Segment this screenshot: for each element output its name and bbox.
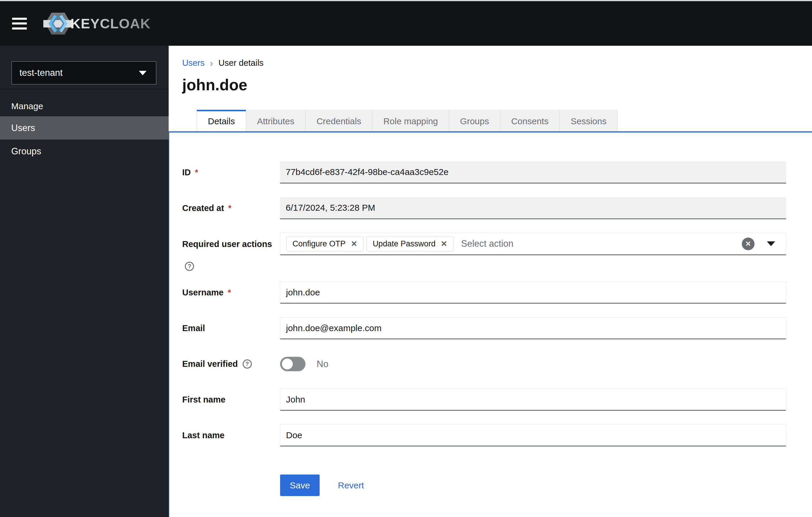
tab-bar: Details Attributes Credentials Role mapp… xyxy=(197,110,812,131)
hamburger-menu-icon[interactable] xyxy=(12,18,27,29)
tab-details[interactable]: Details xyxy=(197,110,246,131)
required-asterisk: * xyxy=(228,288,231,297)
sidebar-item-groups[interactable]: Groups xyxy=(0,140,169,163)
required-user-actions-label: Required user actions xyxy=(182,233,272,255)
first-name-input[interactable]: John xyxy=(280,389,786,411)
app-header: KEYCLOAK xyxy=(0,1,812,46)
help-icon[interactable]: ? xyxy=(243,359,252,369)
brand-name: KEYCLOAK xyxy=(70,15,151,32)
created-at-field: 6/17/2024, 5:23:28 PM xyxy=(280,197,786,219)
main-content: Users › User details john.doe Details At… xyxy=(169,46,812,517)
chip-configure-otp: Configure OTP ✕ xyxy=(286,236,364,251)
sidebar: test-tenant Manage Users Groups xyxy=(0,46,169,517)
clear-selection-icon[interactable]: ✕ xyxy=(742,238,754,250)
last-name-input[interactable]: Doe xyxy=(280,424,786,446)
form-row-first-name: First name John xyxy=(182,389,786,411)
chevron-right-icon: › xyxy=(210,59,213,67)
form-row-last-name: Last name Doe xyxy=(182,424,786,446)
first-name-label: First name xyxy=(182,395,226,405)
form-row-id: ID * 77b4cd6f-e837-42f4-98be-ca4aa3c9e52… xyxy=(182,161,786,184)
sidebar-nav: Users Groups xyxy=(0,116,169,163)
revert-button[interactable]: Revert xyxy=(338,481,364,490)
help-icon[interactable]: ? xyxy=(185,262,194,271)
tab-credentials[interactable]: Credentials xyxy=(305,110,372,131)
username-input[interactable]: john.doe xyxy=(280,281,786,304)
email-verified-state: No xyxy=(317,359,328,370)
chip-update-password: Update Password ✕ xyxy=(367,236,454,251)
chip-remove-icon[interactable]: ✕ xyxy=(441,239,447,248)
tab-attributes[interactable]: Attributes xyxy=(246,110,306,131)
form-actions: Save Revert xyxy=(182,474,812,496)
breadcrumb-current: User details xyxy=(219,58,264,68)
id-field: 77b4cd6f-e837-42f4-98be-ca4aa3c9e52e xyxy=(280,161,786,184)
tenant-selector[interactable]: test-tenant xyxy=(11,61,156,84)
tab-sessions[interactable]: Sessions xyxy=(559,110,618,131)
breadcrumb-users-link[interactable]: Users xyxy=(182,58,205,68)
caret-down-icon xyxy=(139,71,147,75)
created-at-label: Created at xyxy=(182,203,224,213)
username-label: Username xyxy=(182,288,224,297)
required-user-actions-multiselect[interactable]: Configure OTP ✕ Update Password ✕ Select… xyxy=(280,233,786,255)
keycloak-logo-icon xyxy=(44,11,73,36)
required-asterisk: * xyxy=(195,168,198,178)
select-action-placeholder: Select action xyxy=(461,239,742,249)
tenant-selector-value: test-tenant xyxy=(20,67,62,78)
id-label: ID xyxy=(182,168,191,178)
form-row-required-user-actions: Required user actions ? Configure OTP ✕ … xyxy=(182,233,786,271)
save-button[interactable]: Save xyxy=(280,474,320,496)
form-row-created-at: Created at * 6/17/2024, 5:23:28 PM xyxy=(182,197,786,219)
tab-consents[interactable]: Consents xyxy=(500,110,560,131)
breadcrumb: Users › User details xyxy=(182,58,812,68)
chip-remove-icon[interactable]: ✕ xyxy=(351,239,357,248)
page-title: john.doe xyxy=(182,76,812,94)
dropdown-caret-icon[interactable] xyxy=(767,241,775,246)
required-asterisk: * xyxy=(228,203,231,213)
last-name-label: Last name xyxy=(182,431,224,440)
form-row-email-verified: Email verified ? No xyxy=(182,353,786,375)
tab-groups[interactable]: Groups xyxy=(449,110,500,131)
form-row-username: Username * john.doe xyxy=(182,281,786,304)
sidebar-divider xyxy=(0,89,169,89)
details-tab-panel: ID * 77b4cd6f-e837-42f4-98be-ca4aa3c9e52… xyxy=(169,131,812,517)
keycloak-logo: KEYCLOAK xyxy=(44,11,151,36)
email-verified-toggle[interactable] xyxy=(280,357,306,371)
email-label: Email xyxy=(182,323,205,333)
sidebar-section-manage: Manage xyxy=(11,101,169,111)
sidebar-item-users[interactable]: Users xyxy=(0,116,169,140)
email-verified-label: Email verified xyxy=(182,359,238,369)
tab-role-mapping[interactable]: Role mapping xyxy=(372,110,449,131)
form-row-email: Email john.doe@example.com xyxy=(182,317,786,339)
email-input[interactable]: john.doe@example.com xyxy=(280,317,786,339)
